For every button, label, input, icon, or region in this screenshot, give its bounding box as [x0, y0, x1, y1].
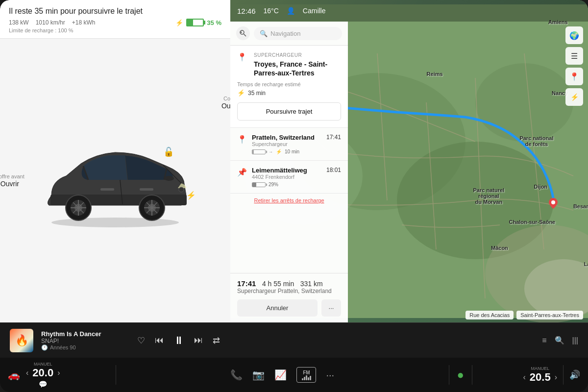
music-extra-controls: ≡ 🔍 ||| — [542, 336, 578, 345]
divider-4 — [563, 365, 564, 385]
globe-view-button[interactable]: 🌍 — [565, 26, 583, 44]
speed-stat: 1010 km/hr — [36, 19, 65, 26]
pratteln-pin-icon: 📍 — [237, 135, 247, 144]
phone-button[interactable]: 📞 — [230, 369, 243, 381]
nav-summary: 17:41 4 h 55 min 331 km Superchargeur Pr… — [230, 273, 348, 322]
chart-icon: 📈 — [274, 369, 287, 381]
left-speed-decrease[interactable]: ‹ — [26, 368, 28, 377]
next-button[interactable]: ⏭ — [194, 335, 203, 345]
radio-button[interactable]: FM — [296, 367, 316, 383]
nav-actions: Annuler ··· — [237, 299, 341, 317]
top-bar-user-icon: 👤 — [287, 7, 295, 15]
clock-icon: 🕐 — [41, 344, 48, 351]
fm-bars — [302, 375, 311, 380]
bar-3 — [306, 375, 307, 380]
left-speed-display: Manuel ‹ 20.0 › 💬 — [26, 362, 60, 388]
svg-point-0 — [51, 218, 179, 227]
right-panel: 12:46 16°C 👤 Camille — [230, 0, 588, 322]
nav-filter-button[interactable] — [236, 26, 250, 40]
pause-button[interactable]: ⏸ — [173, 334, 184, 347]
leimen-battery-row: 29% — [252, 182, 321, 187]
heart-button[interactable]: ♡ — [137, 335, 145, 346]
fm-text: FM — [303, 370, 310, 375]
coffre-avant-label: Coffre avant — [0, 173, 24, 179]
bar-4 — [308, 377, 309, 380]
summary-time: 17:41 4 h 55 min 331 km — [237, 279, 341, 288]
top-bar-time: 12:46 — [237, 7, 256, 15]
more-options-button[interactable]: ··· — [321, 299, 341, 317]
cancel-navigation-button[interactable]: Annuler — [237, 299, 318, 317]
main-content: Il reste 35 min pour poursuivre le traje… — [0, 0, 588, 322]
lock-icon[interactable]: 🔓 — [163, 147, 174, 157]
top-bar-user: Camille — [303, 7, 326, 15]
charge-time-label: Temps de recharge estimé — [237, 81, 341, 87]
svg-point-20 — [164, 176, 174, 181]
album-art: 🔥 — [10, 329, 33, 352]
more-apps-button[interactable]: ··· — [326, 369, 334, 381]
charging-header: Il reste 35 min pour poursuivre le traje… — [0, 0, 230, 39]
coffre-avant-section: Coffre avant Ouvrir — [0, 173, 24, 188]
music-bar: 🔥 Rhythm Is A Dancer SNAP! 🕐 Années 90 ♡… — [0, 322, 588, 358]
bottom-label-rue: Rue des Acacias — [466, 311, 514, 319]
summary-via: Superchargeur Pratteln, Switzerland — [237, 288, 341, 294]
map-controls: 🌍 ☰ 📍 ⚡ — [565, 26, 583, 106]
left-speed-label: Manuel — [34, 362, 52, 367]
svg-rect-22 — [140, 188, 153, 191]
leimen-time: 18:01 — [326, 167, 341, 173]
leimen-name: Leimenmätteliweg — [252, 167, 321, 174]
leimen-sub: 4402 Frenkendorf — [252, 174, 321, 180]
car-button[interactable]: 🚗 — [8, 369, 20, 381]
camera-button[interactable]: 📷 — [252, 369, 265, 381]
location-pin-button[interactable]: 📍 — [565, 68, 583, 85]
supercharger-name: Troyes, France - Saint-Parres-aux-Tertre… — [254, 60, 341, 77]
pratteln-charge-mins: 10 min — [285, 149, 299, 154]
prev-button[interactable]: ⏮ — [155, 335, 164, 345]
coffre-avant-action[interactable]: Ouvrir — [0, 180, 19, 188]
charging-button[interactable]: ⚡ — [565, 88, 583, 106]
energy-stat: +18 kWh — [72, 19, 96, 26]
stop-pratteln[interactable]: 📍 Pratteln, Switzerland Superchargeur → … — [230, 128, 348, 161]
message-icon: 💬 — [39, 380, 47, 388]
supercharger-info: Superchargeur Troyes, France - Saint-Par… — [254, 52, 341, 81]
supercharger-type-label: Superchargeur — [254, 52, 341, 58]
bottom-bar: 🚗 Manuel ‹ 20.0 › 💬 📞 📷 — [0, 358, 588, 392]
right-speed-value: 20.5 — [530, 371, 551, 384]
charging-stats: 138 kW 1010 km/hr +18 kWh — [9, 19, 95, 26]
map-layers-button[interactable]: ☰ — [565, 47, 583, 65]
left-panel: Il reste 35 min pour poursuivre le traje… — [0, 0, 230, 322]
nav-content: 📍 Superchargeur Troyes, France - Saint-P… — [230, 46, 348, 273]
energy-button[interactable]: 📈 — [274, 369, 287, 381]
right-speed-decrease[interactable]: ‹ — [523, 373, 526, 382]
right-speed-arrows: ‹ 20.5 › — [523, 371, 557, 384]
car-icon: 🚗 — [8, 369, 20, 381]
battery-percent: 35 % — [207, 19, 221, 26]
charge-limit: Limite de recharge : 100 % — [9, 27, 221, 33]
shuffle-button[interactable]: ⇄ — [213, 335, 220, 346]
audio-settings-button[interactable]: ||| — [572, 336, 578, 345]
bar-1 — [302, 378, 303, 380]
search-music-button[interactable]: 🔍 — [555, 336, 564, 345]
music-title: Rhythm Is A Dancer — [41, 330, 120, 338]
volume-button[interactable]: 🔊 — [569, 369, 580, 380]
music-source: 🕐 Années 90 — [41, 344, 120, 351]
left-speed-increase[interactable]: › — [57, 368, 60, 377]
right-speed-increase[interactable]: › — [555, 373, 557, 382]
supercharger-pin-icon: 📍 — [237, 52, 247, 62]
continue-trip-button[interactable]: Poursuivre trajet — [237, 102, 341, 121]
stop-leimen[interactable]: 📌 Leimenmätteliweg 4402 Frenkendorf 29% — [230, 161, 348, 194]
equalizer-button[interactable]: ≡ — [542, 336, 546, 345]
pratteln-name: Pratteln, Switzerland — [252, 134, 321, 141]
top-bar-temp: 16°C — [264, 7, 279, 15]
nav-search-input[interactable]: 🔍 Navigation — [254, 27, 342, 40]
lightning-charge-icon: ⚡ — [237, 89, 245, 97]
album-emoji: 🔥 — [15, 334, 28, 347]
leimen-battery-pct: 29% — [269, 182, 278, 187]
spotify-button[interactable]: ● — [457, 368, 465, 382]
left-speed-arrows: ‹ 20.0 › — [26, 367, 60, 379]
charge-port-icon: ⚡ — [186, 191, 196, 200]
svg-point-24 — [179, 187, 184, 192]
power-stat: 138 kW — [9, 19, 29, 26]
remove-stops-link[interactable]: Retirer les arrêts de recharge — [230, 194, 348, 207]
divider-2 — [449, 365, 449, 385]
music-artist: SNAP! — [41, 338, 120, 344]
